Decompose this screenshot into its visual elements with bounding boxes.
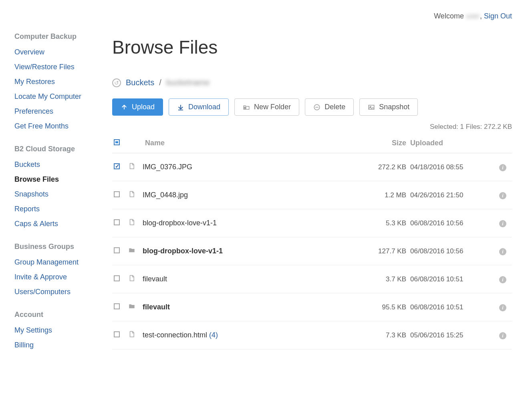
file-name[interactable]: blog-dropbox-love-v1-1 (143, 247, 223, 255)
file-uploaded: 06/08/2016 10:56 (406, 247, 486, 255)
welcome-label: Welcome (434, 12, 464, 20)
folder-icon (128, 302, 135, 310)
sidebar-item-locate[interactable]: Locate My Computer (14, 89, 96, 104)
breadcrumb-root[interactable]: Buckets (126, 78, 154, 87)
sidebar-item-invite-approve[interactable]: Invite & Approve (14, 270, 96, 285)
sidebar-item-free-months[interactable]: Get Free Months (14, 119, 96, 134)
file-uploaded: 06/08/2016 10:56 (406, 219, 486, 227)
download-button[interactable]: Download (169, 98, 229, 116)
row-checkbox[interactable] (114, 191, 120, 197)
table-row[interactable]: filevault95.5 KB06/08/2016 10:51i (112, 293, 512, 321)
sidebar-section-title: Computer Backup (14, 32, 96, 41)
info-icon[interactable]: i (499, 220, 506, 227)
sidebar-item-my-restores[interactable]: My Restores (14, 74, 96, 89)
version-count[interactable]: (4) (207, 331, 218, 339)
breadcrumb-sep: / (159, 78, 161, 87)
file-icon (128, 274, 135, 282)
download-icon (177, 104, 184, 111)
table-row[interactable]: test-connection.html (4)7.3 KB05/06/2016… (112, 321, 512, 349)
sidebar-item-group-mgmt[interactable]: Group Management (14, 255, 96, 270)
table-row[interactable]: IMG_0448.jpg1.2 MB04/26/2016 21:50i (112, 181, 512, 209)
snapshot-button[interactable]: Snapshot (359, 98, 418, 116)
sidebar-item-view-restore[interactable]: View/Restore Files (14, 60, 96, 74)
col-size[interactable]: Size (366, 139, 406, 147)
upload-label: Upload (132, 103, 155, 111)
sidebar-item-billing[interactable]: Billing (14, 338, 96, 353)
file-size: 1.2 MB (366, 191, 406, 199)
upload-icon (121, 104, 128, 111)
info-icon[interactable]: i (499, 332, 506, 339)
info-icon[interactable]: i (499, 304, 506, 311)
row-checkbox[interactable] (114, 219, 120, 225)
sidebar-item-reports[interactable]: Reports (14, 202, 96, 217)
row-checkbox[interactable] (114, 275, 120, 281)
sidebar-section-title: Account (14, 311, 96, 319)
new-folder-icon (243, 104, 250, 111)
sidebar-item-my-settings[interactable]: My Settings (14, 323, 96, 338)
file-table: Name Size Uploaded IMG_0376.JPG272.2 KB0… (112, 133, 512, 349)
col-uploaded[interactable]: Uploaded (406, 139, 486, 147)
snapshot-label: Snapshot (379, 103, 409, 111)
delete-label: Delete (324, 103, 345, 111)
file-size: 272.2 KB (366, 163, 406, 171)
selection-summary: Selected: 1 Files: 272.2 KB (112, 123, 512, 131)
sidebar-item-snapshots[interactable]: Snapshots (14, 187, 96, 202)
row-checkbox[interactable] (114, 163, 120, 169)
folder-icon (128, 246, 135, 254)
table-row[interactable]: IMG_0376.JPG272.2 KB04/18/2016 08:55i (112, 153, 512, 181)
sidebar-item-buckets[interactable]: Buckets (14, 157, 96, 172)
info-icon[interactable]: i (499, 276, 506, 283)
sidebar-section-title: B2 Cloud Storage (14, 145, 96, 153)
sidebar-item-overview[interactable]: Overview (14, 45, 96, 60)
row-checkbox[interactable] (114, 331, 120, 337)
table-header: Name Size Uploaded (112, 133, 512, 153)
sidebar-item-caps-alerts[interactable]: Caps & Alerts (14, 217, 96, 231)
file-uploaded: 06/08/2016 10:51 (406, 303, 486, 311)
sign-out-link[interactable]: Sign Out (484, 12, 512, 20)
delete-icon (313, 104, 320, 111)
file-uploaded: 06/08/2016 10:51 (406, 275, 486, 283)
row-checkbox[interactable] (114, 247, 120, 253)
new-folder-button[interactable]: New Folder (234, 98, 299, 116)
file-uploaded: 04/18/2016 08:55 (406, 163, 486, 171)
file-icon (128, 218, 135, 226)
table-row[interactable]: blog-dropbox-love-v1-1127.7 KB06/08/2016… (112, 237, 512, 265)
new-folder-label: New Folder (254, 103, 291, 111)
info-icon[interactable]: i (499, 248, 506, 255)
file-size: 3.7 KB (366, 275, 406, 283)
info-icon[interactable]: i (499, 192, 506, 199)
file-name[interactable]: filevault (143, 275, 167, 283)
file-name[interactable]: blog-dropbox-love-v1-1 (143, 219, 217, 227)
sidebar: Computer BackupOverviewView/Restore File… (0, 20, 96, 353)
file-name[interactable]: test-connection.html (143, 331, 207, 339)
info-icon[interactable]: i (499, 164, 506, 171)
row-checkbox[interactable] (114, 303, 120, 309)
file-size: 7.3 KB (366, 331, 406, 339)
file-icon (128, 162, 135, 170)
col-name[interactable]: Name (143, 139, 366, 147)
table-row[interactable]: filevault3.7 KB06/08/2016 10:51i (112, 265, 512, 293)
file-icon (128, 190, 135, 198)
upload-button[interactable]: Upload (112, 98, 163, 116)
sidebar-item-browse-files[interactable]: Browse Files (14, 172, 96, 187)
download-label: Download (188, 103, 220, 111)
select-all-checkbox[interactable] (114, 139, 120, 145)
username-obscured: user (466, 12, 480, 20)
snapshot-icon (368, 104, 375, 111)
file-uploaded: 04/26/2016 21:50 (406, 191, 486, 199)
table-row[interactable]: blog-dropbox-love-v1-15.3 KB06/08/2016 1… (112, 209, 512, 237)
main-content: Browse Files ↺ Buckets / bucketname Uplo… (96, 20, 532, 365)
toolbar: Upload Download New Folder Delete Snapsh… (112, 98, 512, 116)
delete-button[interactable]: Delete (305, 98, 354, 116)
topbar: Welcome user, Sign Out (0, 0, 532, 20)
file-uploaded: 05/06/2016 15:25 (406, 331, 486, 339)
file-name[interactable]: IMG_0376.JPG (143, 163, 192, 171)
sidebar-item-preferences[interactable]: Preferences (14, 104, 96, 119)
file-name[interactable]: IMG_0448.jpg (143, 191, 188, 199)
file-size: 5.3 KB (366, 219, 406, 227)
file-name[interactable]: filevault (143, 303, 170, 311)
breadcrumb-current: bucketname (166, 78, 210, 87)
sidebar-item-users-computers[interactable]: Users/Computers (14, 285, 96, 299)
breadcrumb: ↺ Buckets / bucketname (112, 78, 512, 87)
back-icon[interactable]: ↺ (112, 78, 121, 87)
